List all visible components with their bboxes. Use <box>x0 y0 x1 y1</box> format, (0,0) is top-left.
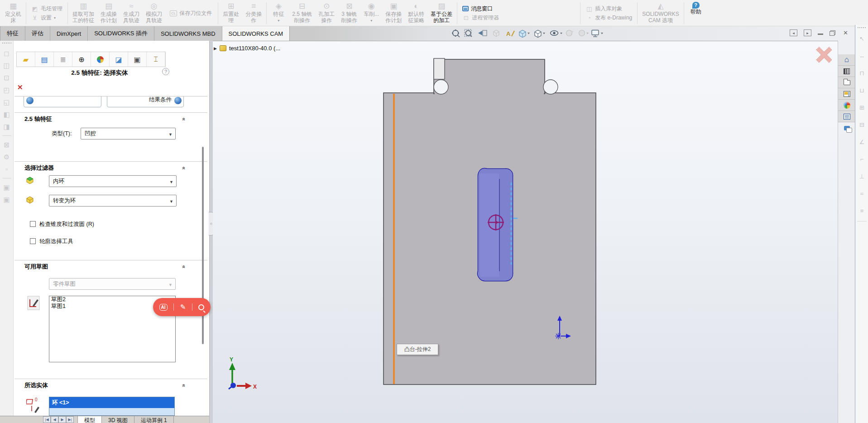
minimize-button[interactable] <box>818 34 823 35</box>
check-taper-fillet-checkbox[interactable] <box>30 221 36 227</box>
section-25axis-feature[interactable]: 2.5 轴特征« <box>14 112 207 123</box>
default-feature-strategy-button[interactable]: ◐默认特征策略 <box>405 1 427 25</box>
selected-entity-row[interactable]: 环 <1> <box>49 397 174 408</box>
display-manager-tab[interactable] <box>91 52 110 67</box>
stock-manager-button[interactable]: ◩毛坯管理 <box>31 5 62 13</box>
previous-view-icon[interactable] <box>478 30 487 36</box>
motion-vcr-button-1[interactable]: ◀ <box>51 416 58 423</box>
simulate-toolpath-button[interactable]: ◎模拟刀具轨迹 <box>143 1 165 25</box>
define-machine-button[interactable]: ▦定义机床 <box>2 1 24 25</box>
restore-button[interactable] <box>830 30 835 36</box>
extract-machinable-features-button[interactable]: ▥提取可加工的特征 <box>69 1 97 25</box>
toolbar-drag-handle[interactable] <box>2 42 12 44</box>
message-window-button[interactable]: 消息窗口 <box>462 5 499 13</box>
tab-solidworks-mbd[interactable]: SOLIDWORKS MBD <box>154 26 222 41</box>
dimension-tool-icon-2[interactable]: ⊓ <box>855 64 868 82</box>
tab-motion-study[interactable]: 运动算例 1 <box>134 416 174 423</box>
feature-button[interactable]: ◈特征▾ <box>268 1 289 25</box>
appearances-icon[interactable] <box>838 100 855 111</box>
slot-feature[interactable] <box>478 168 513 281</box>
view-palette-icon[interactable] <box>838 88 855 100</box>
filter1-select[interactable]: 内环▼ <box>49 175 177 187</box>
design-library-icon[interactable] <box>838 66 855 77</box>
insert-library-object-button[interactable]: ◫插入库对象 <box>585 5 632 13</box>
help-button[interactable]: ?帮助 <box>686 1 706 25</box>
part-step[interactable] <box>434 59 545 94</box>
cam-tools-tab[interactable]: ⌶ <box>147 52 165 67</box>
view-tool-icon-2[interactable]: ⊡ <box>4 72 10 84</box>
part-name-label[interactable]: test110X80-40.0 (... <box>229 45 280 52</box>
search-icon[interactable] <box>198 304 204 310</box>
configuration-manager-tab[interactable]: ≣ <box>54 52 72 67</box>
toolbar-drag-handle[interactable] <box>857 27 866 29</box>
previous-pane-button[interactable]: ◂ <box>790 29 797 36</box>
magic-edit-icon[interactable]: ✎ <box>180 303 186 311</box>
dimension-tool-icon-5[interactable]: ⊟ <box>855 116 868 133</box>
graphics-viewport[interactable]: Y X ▶ test110X80-40.0 (... 凸台-拉伸2 <box>213 41 838 423</box>
section-selection-filter[interactable]: 选择过滤器« <box>14 161 207 172</box>
feature-type-select[interactable]: 凹腔▼ <box>81 128 176 139</box>
dimension-tool-icon-6[interactable]: ∠ <box>855 133 868 150</box>
cam-operation-tree-tab[interactable]: ▣ <box>128 52 147 67</box>
display-style-icon[interactable] <box>535 30 545 38</box>
hide-show-items-icon[interactable] <box>551 31 563 35</box>
tab-3d-views[interactable]: 3D 视图 <box>102 416 134 423</box>
generate-operation-plan-button[interactable]: ▤生成操作计划 <box>97 1 120 25</box>
dimxpert-manager-tab[interactable]: ⊕ <box>72 52 91 67</box>
collapse-chevron-icon[interactable]: « <box>181 384 187 387</box>
next-pane-button[interactable]: ▸ <box>804 29 811 36</box>
expand-arrow-icon[interactable]: ▶ <box>214 46 217 51</box>
feature-tree-flyout[interactable]: ▶ test110X80-40.0 (... <box>214 45 280 52</box>
view-tool-icon-10[interactable]: ▫ <box>5 163 8 175</box>
view-tool-icon-4[interactable]: ◱ <box>3 96 10 108</box>
hole-operation-button[interactable]: ⊙孔加工操作 <box>315 1 338 25</box>
tab-solidworks-cam[interactable]: SOLIDWORKS CAM <box>222 26 290 41</box>
view-tool-icon-12[interactable]: ▣ <box>3 181 10 193</box>
view-tool-icon-0[interactable]: ◻ <box>4 47 9 59</box>
save-cl-file-button[interactable]: CL保存刀位文件 <box>165 1 216 25</box>
mill-25axis-operation-button[interactable]: ⊟2.5 轴铣削操作 <box>289 1 315 25</box>
zoom-fit-icon[interactable] <box>452 29 460 37</box>
refresh-icon[interactable] <box>174 97 182 104</box>
view-tool-icon-13[interactable]: ▣ <box>3 193 10 206</box>
view-tool-icon-8[interactable]: ⊠ <box>4 139 10 151</box>
file-explorer-icon[interactable] <box>838 77 855 88</box>
property-manager-tab[interactable]: ▤ <box>35 52 54 67</box>
tab-evaluate[interactable]: 评估 <box>25 26 50 41</box>
collapse-chevron-icon[interactable]: « <box>181 167 187 170</box>
motion-vcr-button-2[interactable]: ▶ <box>58 416 66 423</box>
view-tool-icon-3[interactable]: ◰ <box>3 84 10 96</box>
collapse-chevron-icon[interactable]: « <box>181 265 187 269</box>
dimension-tool-icon-1[interactable]: ↔ <box>855 47 868 64</box>
view-orientation-icon[interactable] <box>519 30 530 38</box>
turning-button[interactable]: ◉车削...▾ <box>360 1 382 25</box>
annotation-icon[interactable]: A <box>506 30 514 37</box>
selected-entities-listbox[interactable]: 环 <1> <box>49 397 175 416</box>
help-icon[interactable]: ? <box>162 68 169 75</box>
custom-properties-icon[interactable] <box>838 111 855 122</box>
publish-edrawing-button[interactable]: ◔发布 e-Drawing <box>585 14 632 22</box>
view-tool-icon-1[interactable]: ◫ <box>3 59 10 72</box>
dimension-tool-icon-8[interactable]: ⊥ <box>855 168 868 185</box>
cam-feature-tree-tab[interactable]: ◪ <box>110 52 128 67</box>
forum-icon[interactable] <box>838 122 855 134</box>
dimension-tool-icon-10[interactable]: ≡ <box>855 202 868 219</box>
sketch-source-select[interactable]: 零件草图▼ <box>49 278 176 290</box>
solidworks-cam-options-button[interactable]: ◭SOLIDWORKSCAM 选项 <box>639 1 682 25</box>
tab-solidworks-addins[interactable]: SOLIDWORKS 插件 <box>88 26 154 41</box>
view-settings-icon[interactable] <box>592 30 603 37</box>
view-tool-icon-6[interactable]: ◨ <box>3 120 10 133</box>
apply-scene-icon[interactable] <box>579 30 589 36</box>
dimension-tool-icon-0[interactable]: ↖ <box>855 30 868 47</box>
feature-manager-tab[interactable]: ▰ <box>17 52 35 67</box>
zoom-area-icon[interactable] <box>465 29 472 37</box>
dimension-tool-icon-9[interactable]: = <box>855 185 868 202</box>
dimension-tool-icon-3[interactable]: ⊔ <box>855 82 868 99</box>
view-tool-icon-9[interactable]: ⚙ <box>4 151 10 163</box>
sort-operations-button[interactable]: ≡分类操作 <box>242 1 265 25</box>
part-tab[interactable] <box>434 58 445 79</box>
tab-features[interactable]: 特征 <box>0 26 25 41</box>
edit-appearance-icon[interactable] <box>566 30 573 36</box>
section-selected-entities[interactable]: 所选实体« <box>14 379 207 389</box>
dimension-tool-icon-7[interactable]: ⌐ <box>855 150 868 168</box>
